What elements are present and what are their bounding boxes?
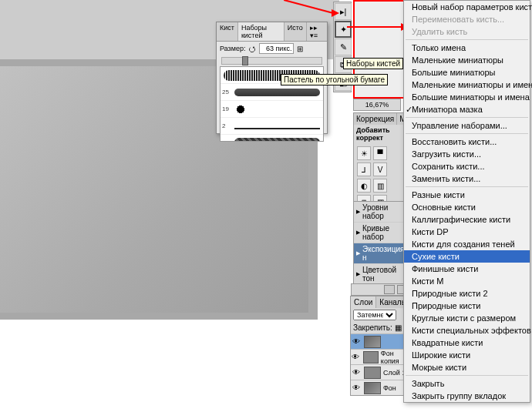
layer-row[interactable]: 👁 — [351, 333, 411, 349]
panel-menu-icon[interactable]: ▸▸ ▾≡ — [307, 22, 327, 41]
hue-icon[interactable]: ◐ — [357, 179, 371, 193]
menu-brush-set[interactable]: Природные кисти — [404, 300, 530, 312]
tab-history[interactable]: Исто — [285, 22, 307, 41]
menu-large-list[interactable]: Большие миниатюры и имена — [404, 91, 530, 103]
menu-delete-brush: Удалить кисть — [404, 25, 530, 38]
brush-preset-item[interactable]: 2 — [221, 118, 323, 135]
preset-item[interactable]: ▶Уровни набор — [354, 202, 405, 223]
brush-preset-item[interactable]: 25 — [221, 84, 323, 101]
tooltip-pastel: Пастель по угольной бумаге — [281, 74, 388, 85]
refresh-icon[interactable]: ⭯ — [248, 45, 256, 53]
menu-large-thumb[interactable]: Большие миниатюры — [404, 66, 530, 79]
layers-panel: Слои Каналы Затемнение Закрепить:▦ 👁 👁Фо… — [350, 296, 412, 396]
zoom-level[interactable]: 16,67% — [353, 99, 401, 111]
menu-brush-set[interactable]: Разные кисти — [404, 189, 530, 201]
levels-icon[interactable]: ▀ — [373, 146, 387, 160]
visibility-icon[interactable]: 👁 — [351, 368, 362, 377]
brush-preset-item[interactable]: 36 — [221, 135, 323, 142]
tab-correction[interactable]: Коррекция — [354, 113, 397, 125]
menu-brush-set[interactable]: Сухие кисти — [404, 250, 530, 263]
menu-load-brushes[interactable]: Загрузить кисти... — [404, 148, 530, 160]
tab-brush[interactable]: Кист — [217, 22, 238, 41]
brush-size-slider[interactable] — [221, 57, 322, 65]
lock-label: Закрепить: — [353, 323, 392, 332]
menu-brush-set[interactable]: Кисти DP — [404, 226, 530, 238]
menu-small-thumb[interactable]: Маленькие миниатюры — [404, 54, 530, 66]
menu-brush-set[interactable]: Квадратные кисти — [404, 337, 530, 349]
menu-close[interactable]: Закрыть — [404, 377, 530, 390]
size-label: Размер: — [220, 45, 245, 52]
panel-flyout-icon[interactable]: ⊞ — [297, 45, 303, 53]
menu-save-brushes[interactable]: Сохранить кисти... — [404, 160, 530, 173]
brush-presets-icon[interactable]: ✦ — [335, 21, 352, 38]
brightness-icon[interactable]: ☀ — [357, 146, 371, 160]
layer-row[interactable]: 👁Слой 1 — [351, 364, 411, 380]
lock-icon[interactable]: ▦ — [395, 323, 402, 332]
menu-replace-brushes[interactable]: Заменить кисти... — [404, 173, 530, 185]
menu-brush-set[interactable]: Кисти для создания теней — [404, 238, 530, 250]
layer-row[interactable]: 👁Фон копия — [351, 349, 411, 364]
balance-icon[interactable]: ▥ — [373, 179, 387, 193]
menu-stroke-thumb[interactable]: Миниатюра мазка — [404, 103, 530, 116]
footer-icon[interactable] — [384, 285, 395, 294]
menu-brush-set[interactable]: Каллиграфические кисти — [404, 213, 530, 226]
add-adjustment-label: Добавить коррект — [354, 125, 405, 143]
brush-preset-item[interactable]: 19 — [221, 101, 323, 118]
menu-reset-brushes[interactable]: Восстановить кисти... — [404, 136, 530, 148]
brush-icon[interactable]: ✎ — [335, 39, 352, 55]
vibrance-icon[interactable]: V — [373, 162, 387, 176]
preset-item[interactable]: ▶Экспозиция н — [354, 243, 405, 264]
tooltip-brush-sets: Наборы кистей — [343, 58, 403, 69]
visibility-icon[interactable]: 👁 — [351, 353, 361, 361]
menu-brush-set[interactable]: Природные кисти 2 — [404, 287, 530, 300]
visibility-icon[interactable]: 👁 — [351, 384, 362, 392]
menu-brush-set[interactable]: Мокрые кисти — [404, 361, 530, 373]
menu-brush-set[interactable]: Основные кисти — [404, 201, 530, 213]
menu-brush-set[interactable]: Финишные кисти — [404, 263, 530, 275]
menu-brush-set[interactable]: Кисти специальных эффектов — [404, 324, 530, 337]
brush-size-input[interactable] — [259, 43, 294, 54]
preset-item[interactable]: ▶Кривые набор — [354, 223, 405, 243]
adjustments-panel: Коррекция Мас Добавить коррект ☀ ▀ ⅃ V ◐… — [353, 112, 406, 213]
brush-context-menu: Новый набор параметров кисти... Переимен… — [403, 0, 530, 403]
menu-brush-set[interactable]: Кисти M — [404, 275, 530, 287]
annotation-arrow-icon — [347, 26, 405, 28]
menu-text-only[interactable]: Только имена — [404, 42, 530, 54]
panel-footer-icons — [351, 283, 411, 296]
menu-close-tab-group[interactable]: Закрыть группу вкладок — [404, 390, 530, 402]
layer-row[interactable]: 👁Фон — [351, 380, 411, 395]
visibility-icon[interactable]: 👁 — [351, 337, 362, 346]
preset-item[interactable]: ▶Цветовой тон — [354, 264, 405, 285]
tab-brush-presets[interactable]: Наборы кистей — [238, 22, 285, 41]
menu-brush-set[interactable]: Круглые кисти с размером — [404, 312, 530, 324]
tab-layers[interactable]: Слои — [351, 296, 376, 308]
menu-rename-brush: Переименовать кисть... — [404, 13, 530, 25]
menu-small-list[interactable]: Маленькие миниатюры и имена — [404, 79, 530, 91]
menu-preset-manager[interactable]: Управление наборами... — [404, 119, 530, 132]
menu-new-brush-preset[interactable]: Новый набор параметров кисти... — [404, 1, 530, 13]
annotation-arrow-icon — [266, 0, 343, 15]
menu-brush-set[interactable]: Широкие кисти — [404, 349, 530, 361]
blend-mode-select[interactable]: Затемнение — [353, 310, 396, 320]
curves-icon[interactable]: ⅃ — [357, 162, 371, 176]
